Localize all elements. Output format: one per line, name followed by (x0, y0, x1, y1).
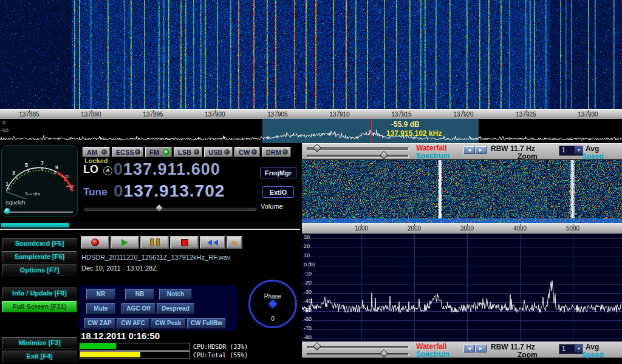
waterfall-contrast-slider[interactable] (307, 147, 409, 150)
minimize-button[interactable]: Minimize [F3] (2, 337, 77, 349)
record-button[interactable] (81, 236, 109, 249)
mode-button-am[interactable]: AM (83, 147, 110, 157)
volume-thumb[interactable] (155, 204, 163, 212)
agc-button[interactable]: AGC Off (121, 303, 156, 314)
avg-count-select[interactable]: 1 ▼ (559, 146, 583, 156)
led-icon (163, 149, 169, 155)
cw-afc-button[interactable]: CW AFC (117, 318, 149, 329)
arrow-left-icon[interactable]: ◄ (463, 146, 475, 154)
slider-thumb[interactable] (380, 151, 388, 160)
lo-frequency-display[interactable]: 0137.911.600 (114, 160, 220, 179)
waterfall-contrast-slider[interactable] (307, 346, 409, 349)
s-meter: 1 3 5 7 9 +20 +40 S-units Squelch (1, 145, 78, 217)
cpu-total-fill (80, 352, 140, 357)
avg-count-select[interactable]: 1 ▼ (559, 344, 583, 354)
mini-spectrum-display[interactable] (0, 119, 622, 143)
phase-dial: Phase 0 (247, 278, 298, 329)
signal-db-readout: -55.9 dB (391, 120, 420, 129)
mode-button-fm[interactable]: FM (145, 147, 172, 157)
nb-button[interactable]: NB (125, 289, 154, 300)
squelch-label: Squelch (5, 200, 26, 206)
cpu-hdsdr-fill (80, 343, 116, 349)
zoom-label[interactable]: Zoom (518, 152, 538, 161)
db-tick-label: -50 (304, 307, 312, 313)
frequency-tick-label: 137905 (259, 111, 296, 118)
freqmgr-button[interactable]: FreqMgr (260, 167, 296, 178)
recording-date: Dec 10, 2011 - 13:01:28Z (81, 265, 157, 272)
db-tick-label: 30 (304, 234, 310, 240)
mode-label: LSB (178, 149, 191, 156)
s-meter-tick-label: 9 (55, 164, 58, 170)
pause-button[interactable] (140, 236, 169, 249)
fullscreen-button[interactable]: Full Screen [F11] (2, 301, 77, 312)
lo-lock-button[interactable]: A (103, 166, 112, 175)
volume-slider[interactable] (84, 207, 256, 211)
af-tick-label: 4000 (505, 225, 535, 232)
af-spectrum-display[interactable] (302, 234, 622, 342)
mini-axis-0: 0 (2, 120, 5, 126)
nr-button[interactable]: NR (86, 289, 115, 300)
cw-zap-button[interactable]: CW ZAP (84, 318, 115, 329)
despread-button[interactable]: Despread (157, 303, 194, 314)
mode-label: FM (149, 149, 159, 156)
soundcard-button[interactable]: Soundcard [F5] (2, 238, 77, 249)
waterfall-brightness-slider[interactable] (307, 155, 409, 158)
af-waterfall-display[interactable] (302, 160, 622, 223)
frequency-tick-label: 137925 (508, 111, 544, 118)
stop-button[interactable] (170, 236, 199, 249)
frequency-tick-label: 137895 (135, 111, 171, 118)
arrow-right-icon[interactable]: ► (475, 146, 487, 154)
tune-frequency-prefix: 0 (114, 181, 124, 200)
rbw-label: RBW 11.7 Hz (491, 144, 535, 153)
samplerate-button[interactable]: Samplerate [F6] (2, 251, 77, 263)
main-waterfall-display[interactable] (0, 0, 622, 109)
af-tick-label: 1000 (346, 225, 377, 232)
af-spectrum-panel[interactable]: 30 20 10 0 dB -10 -20 -30 -40 -50 -60 -7… (302, 234, 622, 342)
arrow-left-icon[interactable]: ◄ (463, 345, 475, 352)
options-button[interactable]: Options [F7] (2, 265, 77, 276)
mode-button-lsb[interactable]: LSB (174, 147, 202, 157)
avg-count-value: 1 (562, 147, 566, 153)
cw-peak-button[interactable]: CW Peak (151, 318, 186, 329)
mode-label: AM (87, 149, 97, 156)
rewind-icon (213, 240, 218, 246)
spectrum-label[interactable]: Spectrum (416, 350, 449, 359)
zoom-label[interactable]: Zoom (518, 351, 538, 359)
mode-button-usb[interactable]: USB (204, 147, 233, 157)
info-update-button[interactable]: Info / Update [F9] (2, 288, 77, 299)
led-icon (101, 149, 107, 155)
notch-button[interactable]: Notch (159, 289, 192, 300)
tune-frequency-display[interactable]: 0137.913.702 (114, 181, 225, 201)
arrow-right-icon[interactable]: ► (475, 345, 487, 352)
mode-button-ecss[interactable]: ECSS (112, 147, 143, 157)
exit-button[interactable]: Exit [F4] (2, 351, 77, 362)
s-meter-tick-label: 7 (41, 160, 44, 166)
speed-label[interactable]: Speed (582, 351, 604, 359)
waterfall-brightness-slider[interactable] (307, 353, 409, 356)
led-icon (194, 149, 199, 155)
waterfall-label[interactable]: Waterfall (416, 144, 446, 152)
waterfall-label[interactable]: Waterfall (416, 342, 446, 351)
frequency-tick-label: 137900 (197, 111, 233, 118)
current-datetime: 18.12.2011 0:16:50 (81, 331, 160, 341)
mode-button-cw[interactable]: CW (234, 147, 260, 157)
squelch-slider[interactable] (4, 211, 73, 213)
mode-button-drm[interactable]: DRM (262, 147, 291, 157)
slider-thumb[interactable] (313, 144, 321, 152)
squelch-thumb[interactable] (4, 208, 10, 214)
db-tick-label: -80 (304, 334, 312, 340)
lo-frequency-value: 137.911.600 (123, 160, 220, 178)
mute-button[interactable]: Mute (86, 303, 115, 314)
cw-fullbw-button[interactable]: CW FullBw (187, 318, 226, 329)
s-meter-tick-label: 1 (5, 181, 9, 187)
extio-button[interactable]: ExtIO (262, 186, 294, 198)
spectrum-label[interactable]: Spectrum (416, 152, 449, 160)
rewind-button[interactable] (200, 236, 225, 249)
slider-thumb[interactable] (313, 342, 321, 351)
play-button[interactable] (111, 236, 139, 249)
mini-spectrum-panel[interactable]: 0 -50 -55.9 dB 137.915.102 kHz (0, 119, 622, 143)
slider-thumb[interactable] (380, 349, 388, 358)
loop-button[interactable]: ∞ (227, 236, 242, 249)
speed-label[interactable]: Speed (582, 152, 604, 161)
right-bottom-control-strip: Waterfall Spectrum ◄ ► RBW 11.7 Hz Zoom … (302, 342, 622, 358)
